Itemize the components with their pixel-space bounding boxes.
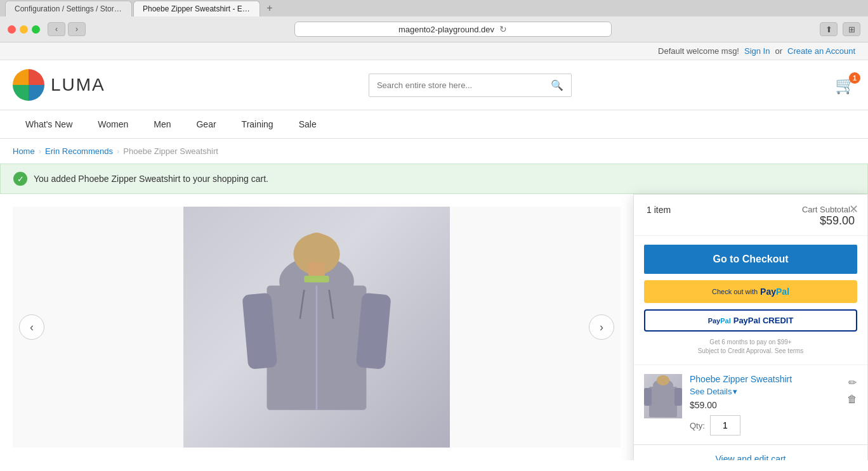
- search-button[interactable]: 🔍: [543, 74, 571, 96]
- paypal-credit-text: PayPal CREDIT: [733, 316, 794, 325]
- paypal-credit-info: Get 6 months to pay on $99+ Subject to C…: [644, 338, 857, 356]
- paypal-checkout-button[interactable]: Check out with PayPal: [644, 280, 857, 303]
- paypal-credit-icon: PayPal: [708, 317, 731, 325]
- cart-item-image: [644, 374, 682, 418]
- cart-subtotal-amount: $59.00: [802, 214, 855, 228]
- see-details-link[interactable]: See Details ▾: [690, 387, 839, 396]
- browser-tab-store[interactable]: Phoebe Zipper Sweatshirt - Erin Recommen…: [133, 1, 260, 16]
- view-edit-cart-link[interactable]: View and edit cart: [634, 444, 867, 460]
- success-message: ✓ You added Phoebe Zipper Sweatshirt to …: [0, 164, 868, 194]
- welcome-message: Default welcome msg!: [658, 46, 739, 56]
- store-nav: What's New Women Men Gear Training Sale: [0, 110, 868, 139]
- paypal-logo: PayPal: [760, 287, 789, 297]
- paypal-checkout-label: Check out with: [712, 288, 758, 295]
- window-controls: [8, 25, 40, 34]
- maximize-window-dot[interactable]: [32, 25, 40, 34]
- svg-rect-13: [644, 388, 652, 406]
- chevron-down-icon: ▾: [733, 387, 737, 396]
- cart-item-actions: ✏ 🗑: [847, 374, 857, 436]
- checkout-button[interactable]: Go to Checkout: [644, 245, 857, 274]
- cart-icon-wrapper[interactable]: 🛒 1: [835, 75, 855, 95]
- nav-men[interactable]: Men: [141, 110, 183, 138]
- svg-rect-14: [674, 388, 682, 406]
- success-icon: ✓: [13, 172, 27, 186]
- product-area: ‹: [0, 194, 868, 460]
- nav-gear[interactable]: Gear: [183, 110, 228, 138]
- svg-point-15: [657, 375, 669, 385]
- product-gallery: ‹: [13, 207, 621, 448]
- product-image: [183, 207, 450, 448]
- breadcrumb: Home › Erin Recommends › Phoebe Zipper S…: [0, 139, 868, 164]
- cart-item-image-svg: [644, 374, 682, 418]
- cart-item-details: Phoebe Zipper Sweatshirt See Details ▾ $…: [690, 374, 839, 436]
- breadcrumb-sep-1: ›: [39, 146, 41, 156]
- cart-badge: 1: [849, 72, 860, 84]
- new-tab-button[interactable]: +: [261, 0, 278, 16]
- store-header: LUMA 🔍 🛒 1: [0, 60, 868, 110]
- back-button[interactable]: ‹: [48, 22, 65, 36]
- cart-item-price: $59.00: [690, 400, 839, 410]
- svg-point-8: [305, 233, 329, 256]
- gallery-prev-button[interactable]: ‹: [19, 314, 44, 340]
- breadcrumb-home[interactable]: Home: [13, 146, 35, 156]
- fullscreen-button[interactable]: ⊞: [843, 22, 860, 36]
- cart-item-qty-row: Qty:: [690, 415, 839, 436]
- sign-in-link[interactable]: Sign In: [744, 46, 770, 56]
- cart-qty-label: Qty:: [690, 421, 705, 430]
- browser-titlebar: ‹ › magento2-playground.dev ↻ ⬆ ⊞: [0, 16, 868, 42]
- breadcrumb-sep-2: ›: [117, 146, 119, 156]
- nav-women[interactable]: Women: [85, 110, 141, 138]
- success-text: You added Phoebe Zipper Sweatshirt to yo…: [34, 174, 268, 184]
- browser-tab-admin[interactable]: Configuration / Settings / Stores / Mage…: [5, 1, 132, 16]
- nav-sale[interactable]: Sale: [286, 110, 329, 138]
- forward-button[interactable]: ›: [68, 22, 86, 36]
- cart-item: Phoebe Zipper Sweatshirt See Details ▾ $…: [634, 365, 867, 444]
- edit-cart-item-button[interactable]: ✏: [847, 377, 857, 389]
- product-image-svg: [221, 219, 412, 435]
- nav-training[interactable]: Training: [229, 110, 286, 138]
- address-bar[interactable]: magento2-playground.dev ↻: [294, 22, 612, 37]
- minimize-window-dot[interactable]: [20, 25, 28, 34]
- cart-qty-input[interactable]: [710, 415, 740, 436]
- create-account-link[interactable]: Create an Account: [787, 46, 855, 56]
- search-input[interactable]: [369, 75, 543, 95]
- svg-rect-10: [304, 276, 329, 282]
- cart-dropdown-header: 1 item Cart Subtotal : $59.00: [634, 195, 867, 236]
- breadcrumb-erin[interactable]: Erin Recommends: [45, 146, 113, 156]
- close-window-dot[interactable]: [8, 25, 16, 34]
- or-separator: or: [775, 46, 782, 56]
- cart-item-count: 1 item: [647, 205, 671, 215]
- logo-icon: [13, 69, 44, 101]
- share-button[interactable]: ⬆: [820, 22, 838, 36]
- reload-icon[interactable]: ↻: [499, 24, 507, 34]
- nav-whats-new[interactable]: What's New: [13, 110, 85, 138]
- logo-text: LUMA: [51, 75, 105, 95]
- cart-dropdown: 1 item Cart Subtotal : $59.00 ✕ Go to Ch…: [633, 194, 868, 460]
- url-text: magento2-playground.dev: [398, 25, 494, 34]
- gallery-next-button[interactable]: ›: [589, 314, 614, 340]
- cart-close-button[interactable]: ✕: [849, 202, 858, 216]
- cart-subtotal-label: Cart Subtotal :: [802, 205, 855, 214]
- paypal-credit-button[interactable]: PayPal PayPal CREDIT: [644, 309, 857, 332]
- breadcrumb-current: Phoebe Zipper Sweatshirt: [123, 146, 218, 156]
- search-bar: 🔍: [369, 74, 572, 97]
- store-top-bar: Default welcome msg! Sign In or Create a…: [0, 42, 868, 60]
- browser-tabs: Configuration / Settings / Stores / Mage…: [0, 0, 868, 16]
- delete-cart-item-button[interactable]: 🗑: [847, 394, 857, 405]
- browser-nav: ‹ ›: [48, 22, 86, 36]
- logo[interactable]: LUMA: [13, 69, 105, 101]
- cart-item-name[interactable]: Phoebe Zipper Sweatshirt: [690, 374, 839, 384]
- browser-toolbar-right: ⬆ ⊞: [820, 22, 860, 36]
